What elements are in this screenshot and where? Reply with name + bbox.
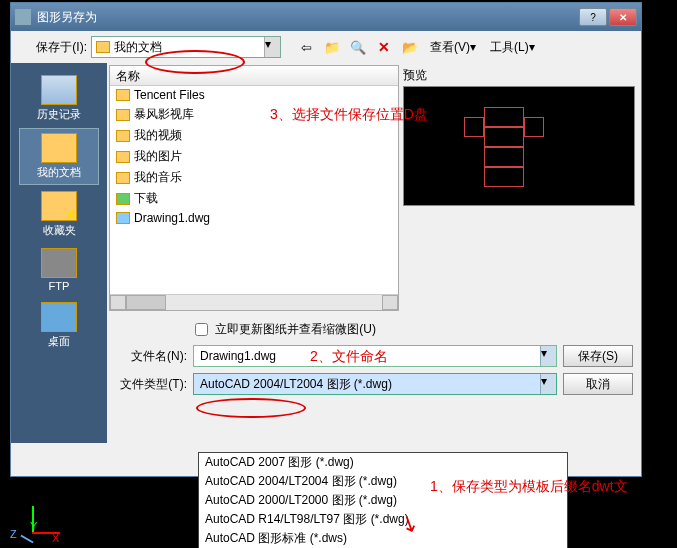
save-in-combo[interactable]: 我的文档 ▾ (91, 36, 281, 58)
folder-icon (116, 151, 130, 163)
save-button[interactable]: 保存(S) (563, 345, 633, 367)
chevron-down-icon[interactable]: ▾ (540, 374, 556, 394)
folder-icon (96, 41, 110, 53)
ftp-icon (41, 248, 77, 278)
tools-menu[interactable]: 工具(L) ▾ (485, 36, 540, 58)
delete-button[interactable]: ✕ (373, 36, 395, 58)
save-as-dialog: 图形另存为 ? ✕ 保存于(I): 我的文档 ▾ ⇦ 📁 🔍 ✕ 📂 查看(V)… (10, 2, 642, 477)
filename-value: Drawing1.dwg (200, 349, 276, 363)
list-item[interactable]: 我的图片 (110, 146, 398, 167)
places-sidebar: 历史记录 我的文档 收藏夹 FTP 桌面 (11, 63, 107, 443)
download-icon (116, 193, 130, 205)
filename-label: 文件名(N): (115, 348, 187, 365)
preview-panel: 预览 (403, 65, 635, 311)
chevron-down-icon[interactable]: ▾ (264, 37, 280, 57)
preview-image (403, 86, 635, 206)
sidebar-item-mydocs[interactable]: 我的文档 (19, 128, 99, 185)
filetype-option[interactable]: AutoCAD 图形标准 (*.dws) (199, 529, 567, 548)
folder-icon (116, 109, 130, 121)
horizontal-scrollbar[interactable] (110, 294, 398, 310)
filetype-combo[interactable]: AutoCAD 2004/LT2004 图形 (*.dwg) ▾ (193, 373, 557, 395)
folder-icon (41, 133, 77, 163)
view-menu[interactable]: 查看(V) ▾ (425, 36, 481, 58)
chevron-down-icon[interactable]: ▾ (540, 346, 556, 366)
top-toolbar: 保存于(I): 我的文档 ▾ ⇦ 📁 🔍 ✕ 📂 查看(V) ▾ 工具(L) ▾ (11, 31, 641, 63)
folder-icon (116, 130, 130, 142)
list-item[interactable]: 我的视频 (110, 125, 398, 146)
list-item[interactable]: 下载 (110, 188, 398, 209)
folder-icon (116, 172, 130, 184)
filetype-option[interactable]: AutoCAD 2004/LT2004 图形 (*.dwg) (199, 472, 567, 491)
new-folder-button[interactable]: 📂 (399, 36, 421, 58)
list-item[interactable]: 暴风影视库 (110, 104, 398, 125)
back-button[interactable]: ⇦ (295, 36, 317, 58)
update-thumbnail-checkbox[interactable] (195, 323, 208, 336)
help-button[interactable]: ? (579, 8, 607, 26)
search-web-button[interactable]: 🔍 (347, 36, 369, 58)
file-list[interactable]: 名称 Tencent Files 暴风影视库 我的视频 我的图片 我的音乐 下载… (109, 65, 399, 311)
column-header-name[interactable]: 名称 (110, 66, 398, 86)
filename-input[interactable]: Drawing1.dwg ▾ (193, 345, 557, 367)
app-icon (15, 9, 31, 25)
list-item[interactable]: 我的音乐 (110, 167, 398, 188)
scroll-left-icon[interactable] (110, 295, 126, 310)
desktop-icon (41, 302, 77, 332)
filetype-option[interactable]: AutoCAD 2000/LT2000 图形 (*.dwg) (199, 491, 567, 510)
preview-label: 预览 (403, 65, 635, 86)
sidebar-item-favorites[interactable]: 收藏夹 (19, 187, 99, 242)
save-in-value: 我的文档 (114, 39, 162, 56)
save-in-label: 保存于(I): (19, 39, 87, 56)
sidebar-item-desktop[interactable]: 桌面 (19, 298, 99, 353)
filetype-dropdown[interactable]: AutoCAD 2007 图形 (*.dwg) AutoCAD 2004/LT2… (198, 452, 568, 548)
scroll-thumb[interactable] (126, 295, 166, 310)
filetype-value: AutoCAD 2004/LT2004 图形 (*.dwg) (200, 376, 392, 393)
filetype-option[interactable]: AutoCAD R14/LT98/LT97 图形 (*.dwg) (199, 510, 567, 529)
sidebar-item-ftp[interactable]: FTP (19, 244, 99, 296)
ucs-axis-icon: Y X Z (10, 492, 60, 542)
history-icon (41, 75, 77, 105)
list-item[interactable]: Tencent Files (110, 86, 398, 104)
close-button[interactable]: ✕ (609, 8, 637, 26)
sidebar-item-history[interactable]: 历史记录 (19, 71, 99, 126)
cancel-button[interactable]: 取消 (563, 373, 633, 395)
update-thumbnail-checkbox-row: 立即更新图纸并查看缩微图(U) (115, 317, 633, 342)
list-item[interactable]: Drawing1.dwg (110, 209, 398, 227)
dialog-title: 图形另存为 (37, 9, 579, 26)
dwg-icon (116, 212, 130, 224)
folder-icon (116, 89, 130, 101)
update-thumbnail-label: 立即更新图纸并查看缩微图(U) (215, 322, 376, 336)
titlebar[interactable]: 图形另存为 ? ✕ (11, 3, 641, 31)
scroll-right-icon[interactable] (382, 295, 398, 310)
favorites-icon (41, 191, 77, 221)
filetype-option[interactable]: AutoCAD 2007 图形 (*.dwg) (199, 453, 567, 472)
filetype-label: 文件类型(T): (115, 376, 187, 393)
up-folder-button[interactable]: 📁 (321, 36, 343, 58)
